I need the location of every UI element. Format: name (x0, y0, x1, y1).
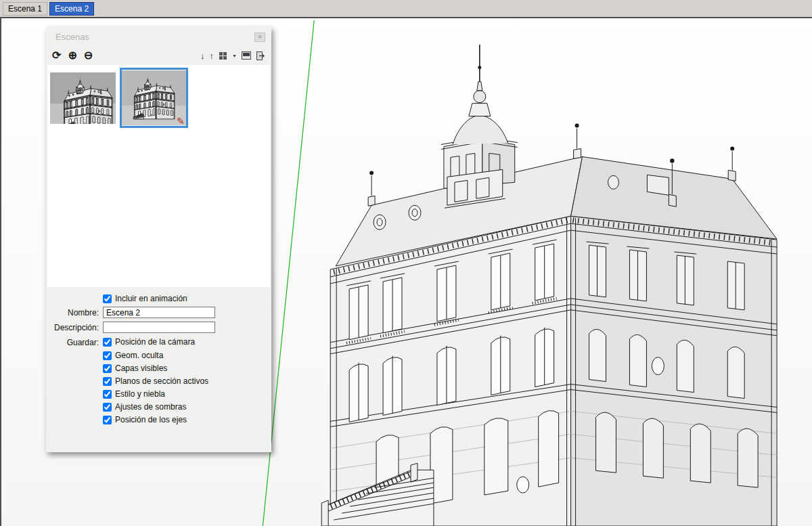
escenas-panel: Escenas ✕ ⟳ ⊕ ⊖ ↓ ↑ ▼ (46, 27, 271, 452)
save-visible-layers-checkbox[interactable] (103, 364, 112, 373)
description-label: Descripción: (46, 323, 99, 332)
save-axes-position-checkbox[interactable] (103, 416, 112, 424)
view-options-dropdown-icon[interactable]: ▼ (232, 53, 237, 58)
remove-scene-icon[interactable]: ⊖ (84, 50, 93, 61)
name-label: Nombre: (46, 308, 99, 317)
panel-title: Escenas (46, 27, 271, 47)
save-axes-position-label: Posición de los ejes (115, 415, 187, 424)
save-camera-position-checkbox[interactable] (103, 338, 112, 347)
scene-thumbnail-1[interactable] (50, 72, 116, 124)
scene-properties-form: Incluir en animación Nombre: Descripción… (46, 288, 271, 424)
show-details-icon[interactable] (242, 51, 251, 60)
scene-thumbnail-2[interactable]: ✎ (120, 68, 188, 128)
save-style-fog-checkbox[interactable] (103, 390, 112, 399)
tab-escena-2[interactable]: Escena 2 (49, 2, 94, 16)
scene-name-input[interactable] (103, 307, 215, 318)
scene-modified-pencil-icon: ✎ (177, 116, 185, 126)
scene-description-input[interactable] (103, 322, 215, 333)
scene-tab-bar: Escena 1 Escena 2 (0, 0, 812, 17)
move-scene-down-icon[interactable]: ↓ (200, 51, 205, 60)
panel-toolbar: ⟳ ⊕ ⊖ ↓ ↑ ▼ (46, 47, 271, 64)
include-animation-label: Incluir en animación (115, 294, 187, 303)
refresh-scene-icon[interactable]: ⟳ (52, 50, 61, 61)
scene-thumbnail-list: ✎ (47, 65, 270, 287)
save-style-fog-label: Estilo y niebla (115, 389, 165, 399)
save-visible-layers-label: Capas visibles (115, 364, 167, 373)
save-hidden-geometry-checkbox[interactable] (103, 351, 112, 360)
include-animation-checkbox[interactable] (103, 294, 112, 303)
save-section-planes-label: Planos de sección activos (115, 376, 208, 386)
view-options-icon[interactable] (219, 51, 227, 60)
tab-escena-1[interactable]: Escena 1 (3, 2, 47, 16)
add-scene-icon[interactable]: ⊕ (68, 50, 76, 61)
save-label: Guardar: (46, 336, 99, 347)
move-scene-up-icon[interactable]: ↑ (210, 51, 215, 60)
save-shadow-settings-label: Ajustes de sombras (115, 402, 186, 412)
save-shadow-settings-checkbox[interactable] (103, 403, 112, 412)
save-camera-position-label: Posición de la cámara (115, 337, 195, 347)
panel-close-button[interactable]: ✕ (254, 32, 265, 42)
building-model (321, 45, 777, 526)
save-section-planes-checkbox[interactable] (103, 377, 112, 386)
update-scene-icon[interactable] (256, 51, 265, 60)
save-hidden-geometry-label: Geom. oculta (115, 351, 163, 360)
